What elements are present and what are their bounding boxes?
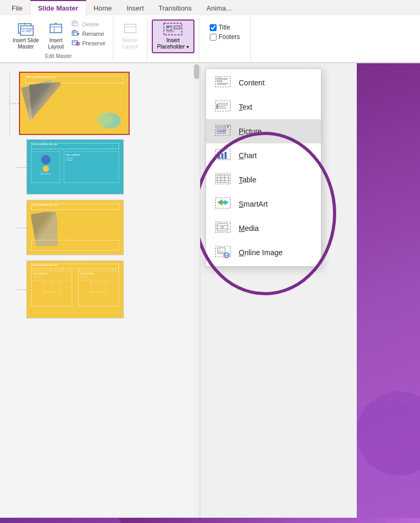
thumb4-box2-title: Click to edit Master	[80, 273, 117, 275]
svg-point-55	[219, 128, 221, 130]
media-icon	[214, 220, 231, 237]
slide-thumb-4[interactable]: Click to edit Master title style Click t…	[26, 260, 124, 318]
svg-rect-26	[124, 24, 136, 33]
slide-thumb-3[interactable]: Click to edit Master title style	[26, 200, 124, 255]
picture-label: Picture	[239, 127, 262, 135]
table-label: Table	[239, 176, 256, 184]
master-layout-buttons: MasterLayout	[119, 20, 142, 58]
insert-slide-master-label: Insert SlideMaster	[13, 37, 39, 50]
svg-rect-39	[218, 79, 221, 81]
ribbon-tabs: File Slide Master Home Insert Transition…	[0, 0, 420, 15]
chart-icon	[214, 147, 231, 164]
thumb2-title: Click to edit Master title style	[32, 143, 57, 146]
dropdown-item-smartart[interactable]: SmartArt	[206, 192, 321, 216]
thumb4-inner-text2: Content	[91, 283, 106, 286]
dropdown-item-picture[interactable]: Picture	[206, 119, 321, 143]
svg-point-50	[217, 106, 218, 108]
rename-button[interactable]: Rename	[70, 29, 108, 38]
deco-circle-bottom-left	[0, 518, 126, 523]
dropdown-item-online-image[interactable]: Online Image	[206, 240, 321, 265]
dropdown-item-table[interactable]: Table	[206, 168, 321, 192]
dropdown-item-text[interactable]: Text	[206, 95, 321, 119]
thumb2-text-title: Click to edit Master	[66, 154, 117, 156]
scrollbar-thumb[interactable]	[194, 64, 199, 79]
slide-thumb-2[interactable]: Click to edit Master title style Click t…	[26, 139, 124, 195]
rename-label: Rename	[82, 31, 104, 37]
insert-slide-master-button[interactable]: Insert SlideMaster	[9, 20, 42, 52]
insert-layout-button[interactable]: InsertLayout	[44, 20, 67, 52]
thumb2-circle-blue	[41, 155, 51, 164]
svg-rect-34	[167, 32, 174, 32]
tab-insert[interactable]: Insert	[119, 1, 151, 15]
thumb2-circle-yellow	[43, 166, 49, 172]
preserve-label: Preserve	[82, 40, 105, 46]
slide-item-2[interactable]: Click to edit Master title style Click t…	[26, 139, 191, 195]
thumb4-box2-body: • First level• Second level	[80, 275, 117, 278]
thumb-title-text: Click to edit Master title style	[26, 76, 122, 79]
small-buttons-col: Delete Rename	[70, 20, 108, 48]
ribbon-content: Insert SlideMaster InsertLayout	[0, 15, 420, 63]
preserve-button[interactable]: Preserve	[70, 38, 108, 48]
slide-item-1[interactable]: Click to edit Master title style	[19, 72, 191, 135]
purple-bg-right	[357, 63, 420, 518]
title-checkbox[interactable]	[210, 24, 217, 31]
svg-rect-13	[72, 22, 77, 26]
deco-circle-bottom-mid	[283, 518, 388, 523]
picture-icon	[214, 123, 231, 140]
table-icon	[214, 171, 231, 188]
insert-placeholder-label: InsertPlaceholder ▾	[157, 37, 189, 50]
delete-icon	[72, 21, 80, 28]
master-layout-icon	[123, 22, 138, 36]
svg-point-49	[217, 104, 218, 106]
ribbon: File Slide Master Home Insert Transition…	[0, 0, 420, 63]
slide-item-4[interactable]: Click to edit Master title style Click t…	[26, 260, 191, 318]
insert-placeholder-group: InsertPlaceholder ▾	[148, 17, 199, 61]
thumb4-inner-box: Content	[44, 282, 60, 293]
title-checkbox-label: Title	[219, 24, 230, 31]
slide-panel[interactable]: Click to edit Master title style Click t…	[0, 63, 200, 518]
tab-home[interactable]: Home	[86, 1, 120, 15]
main-area: Click to edit Master title style Click t…	[0, 63, 420, 518]
dropdown-item-chart[interactable]: Chart	[206, 143, 321, 168]
connector-h-3	[17, 228, 26, 228]
thumb4-inner-box2: Content	[91, 282, 106, 293]
svg-rect-44	[216, 101, 230, 111]
svg-rect-62	[221, 153, 223, 159]
thumb-circle-green	[97, 113, 113, 126]
tab-file[interactable]: File	[4, 1, 30, 15]
slide-item-3[interactable]: Click to edit Master title style	[26, 200, 191, 255]
preserve-icon	[72, 40, 80, 47]
thumb4-box2: Click to edit Master • First level• Seco…	[78, 270, 119, 306]
footers-checkbox-item[interactable]: Footers	[210, 33, 240, 41]
edit-master-label: Edit Master	[45, 53, 72, 59]
delete-button: Delete	[70, 20, 108, 29]
svg-rect-17	[72, 31, 77, 35]
text-label: Text	[239, 103, 252, 111]
master-layout-label: MasterLayout	[122, 37, 139, 50]
insert-slide-master-icon	[17, 22, 34, 36]
main-canvas: Content Text	[200, 63, 420, 518]
thumb4-box1-body: • First level• Second level	[33, 275, 70, 278]
tab-transitions[interactable]: Transitions	[151, 1, 199, 15]
thumb2-text-body2: • This text	[66, 159, 117, 161]
svg-rect-63	[224, 152, 227, 159]
media-label: Media	[239, 224, 259, 233]
tab-slide-master[interactable]: Slide Master	[30, 0, 86, 15]
svg-rect-31	[170, 26, 171, 27]
insert-placeholder-button[interactable]: InsertPlaceholder ▾	[152, 20, 194, 53]
svg-rect-30	[167, 26, 169, 28]
thumb2-text: Click to edit text	[32, 173, 60, 175]
thumb4-divider	[33, 280, 70, 280]
delete-label: Delete	[82, 21, 99, 27]
thumb3-content-border	[31, 240, 119, 250]
dropdown-item-content[interactable]: Content	[206, 71, 321, 95]
footers-checkbox[interactable]	[210, 34, 217, 41]
scrollbar-track[interactable]	[193, 63, 200, 518]
text-icon	[214, 99, 231, 115]
checkboxes: Title Footers	[206, 21, 245, 44]
thumb2-area-2: Click to edit Master • This text • This …	[64, 151, 119, 183]
dropdown-item-media[interactable]: Media	[206, 216, 321, 240]
title-checkbox-item[interactable]: Title	[210, 24, 240, 31]
slide-thumb-1[interactable]: Click to edit Master title style	[19, 72, 130, 135]
tab-animations[interactable]: Anima...	[199, 1, 239, 15]
